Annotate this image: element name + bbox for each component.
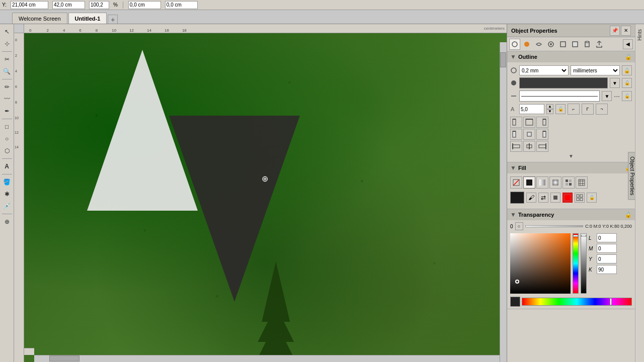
freehand-tool-btn[interactable]: ✏: [2, 81, 13, 93]
fill-color-swatch[interactable]: [510, 192, 524, 204]
panel-pin-btn[interactable]: 📌: [610, 26, 620, 36]
corners-down-btn[interactable]: ▼: [546, 109, 553, 114]
transparency-section-header[interactable]: ▼ Transparency 🔓: [507, 209, 635, 220]
eyedropper-btn[interactable]: 💉: [2, 201, 13, 212]
outline-lock2-btn[interactable]: 🔓: [622, 78, 632, 88]
corners-value-input[interactable]: [519, 104, 544, 114]
select-tool-btn[interactable]: ↖: [2, 26, 13, 37]
color-icon: [510, 79, 517, 86]
corners-lock-btn[interactable]: 🔓: [555, 104, 566, 114]
align-tl-btn[interactable]: [510, 117, 522, 128]
fill-tool-btn[interactable]: 🪣: [2, 176, 13, 188]
fill-linear-btn[interactable]: [536, 176, 548, 189]
tab-export-btn[interactable]: [594, 39, 605, 50]
fill-section-header[interactable]: ▼ Fill 🔓: [507, 162, 635, 173]
align-br-btn[interactable]: [536, 129, 548, 140]
fill-radial-btn[interactable]: [549, 176, 561, 189]
align-c-btn[interactable]: [523, 141, 535, 152]
transparency-lock-icon[interactable]: 🔓: [625, 212, 632, 218]
color-spectrum-bar[interactable]: [522, 298, 632, 306]
corners-up-btn[interactable]: ▲: [546, 104, 553, 109]
transform-tool-btn[interactable]: ⊕: [2, 216, 13, 227]
outline-width-select[interactable]: 0,2 mm: [519, 65, 569, 75]
tab-clipboard-btn[interactable]: [582, 39, 593, 50]
offset2-input[interactable]: [165, 1, 198, 9]
outline-width-row: 0,2 mm millimeters 🔓: [510, 65, 632, 75]
corner-style-2[interactable]: Γ: [582, 104, 594, 115]
cmyk-display: C:0 M:0 Y:0 K:80 0,200: [585, 224, 632, 229]
align-tc-btn[interactable]: [523, 117, 535, 128]
align-r-btn[interactable]: [536, 141, 548, 152]
alpha-slider[interactable]: [581, 233, 587, 294]
m-value-input[interactable]: [597, 244, 617, 253]
bezier-tool-btn[interactable]: 〰: [2, 94, 13, 105]
outline-lock-icon[interactable]: 🔓: [625, 54, 632, 60]
zoom-input[interactable]: [89, 1, 109, 9]
color-gradient-picker[interactable]: [510, 233, 571, 294]
fill-grid-btn[interactable]: [575, 193, 585, 203]
offset1-input[interactable]: [128, 1, 161, 9]
line-arrow-btn[interactable]: ▼: [602, 91, 612, 101]
align-bc-btn[interactable]: [523, 129, 535, 140]
canvas-content[interactable]: ⊕: [24, 33, 507, 362]
tab-add-button[interactable]: +: [108, 15, 118, 24]
fill-swap-btn[interactable]: ⇄: [538, 193, 548, 203]
bottom-color-swatch[interactable]: [510, 297, 520, 307]
x-coord-input[interactable]: [52, 1, 85, 9]
align-l-btn[interactable]: [510, 141, 522, 152]
y-value-input[interactable]: [597, 254, 617, 263]
outline-unit-select[interactable]: millimeters: [571, 65, 620, 75]
tab-effects-btn[interactable]: [533, 39, 544, 50]
outline-section-header[interactable]: ▼ Outline 🔓: [507, 51, 635, 62]
pen-tool-btn[interactable]: ✒: [2, 106, 13, 117]
transparency-slider[interactable]: [525, 225, 584, 227]
rectangle-tool-btn[interactable]: □: [2, 121, 13, 132]
tab-outline-btn[interactable]: [509, 39, 520, 50]
fill-red-btn[interactable]: [562, 193, 573, 203]
corner-style-1[interactable]: ⌐: [568, 104, 580, 115]
l-value-input[interactable]: [597, 233, 617, 242]
more-options-btn[interactable]: ···: [614, 92, 620, 100]
node-tool-btn[interactable]: ⊹: [2, 38, 13, 49]
fill-none-btn[interactable]: [510, 176, 522, 189]
tab-shape-btn[interactable]: [545, 39, 556, 50]
outline-line-preview[interactable]: [519, 90, 600, 102]
outline-color-arrow-btn[interactable]: ▼: [610, 78, 620, 88]
fill-brush-btn[interactable]: 🖌: [526, 193, 536, 203]
outline-expand-arrow[interactable]: ▼: [569, 153, 574, 159]
transparency-icon[interactable]: ○: [515, 222, 523, 230]
interactive-tool-btn[interactable]: ✱: [2, 189, 13, 200]
line-lock-btn[interactable]: 🔓: [622, 91, 632, 101]
vertical-scrollbar[interactable]: [500, 42, 507, 362]
fill-lock-btn2[interactable]: 🔓: [587, 193, 597, 203]
outline-lock-btn[interactable]: 🔓: [622, 65, 632, 75]
cursor-indicator: ⊕: [262, 174, 270, 182]
object-properties-side-tab[interactable]: Object Properties: [628, 152, 635, 200]
y-coord-input[interactable]: [11, 1, 48, 9]
l-field-row: L: [589, 233, 617, 242]
ellipse-tool-btn[interactable]: ○: [2, 133, 13, 144]
fill-copy-btn[interactable]: [550, 193, 560, 203]
align-bl-btn[interactable]: [510, 129, 522, 140]
hue-slider[interactable]: [573, 233, 579, 294]
panel-expand-btn[interactable]: ◀: [623, 39, 633, 49]
tab-welcome-screen[interactable]: Welcome Screen: [12, 13, 67, 24]
fill-mesh-btn[interactable]: [576, 176, 588, 189]
panel-close-btn[interactable]: ✕: [621, 26, 631, 36]
tab-fill-btn[interactable]: [521, 39, 532, 50]
k-value-input[interactable]: [597, 265, 617, 274]
tab-position-btn[interactable]: [570, 39, 581, 50]
fill-pattern-btn[interactable]: [562, 176, 575, 189]
polygon-tool-btn[interactable]: ⬡: [2, 145, 13, 156]
outline-section: ▼ Outline 🔓 0,2 mm millimeters: [507, 51, 635, 162]
align-tr-btn[interactable]: [536, 117, 548, 128]
text-tool-btn[interactable]: A: [2, 161, 13, 172]
tab-size-btn[interactable]: [557, 39, 569, 50]
outline-color-preview[interactable]: [519, 77, 608, 88]
tab-untitled-1[interactable]: Untitled-1: [68, 13, 107, 24]
corner-style-3[interactable]: ¬: [596, 104, 608, 115]
horizontal-scrollbar[interactable]: [34, 355, 500, 362]
fill-solid-btn[interactable]: [523, 176, 535, 189]
crop-tool-btn[interactable]: ✂: [2, 54, 13, 65]
zoom-tool-btn[interactable]: 🔍: [2, 66, 13, 77]
